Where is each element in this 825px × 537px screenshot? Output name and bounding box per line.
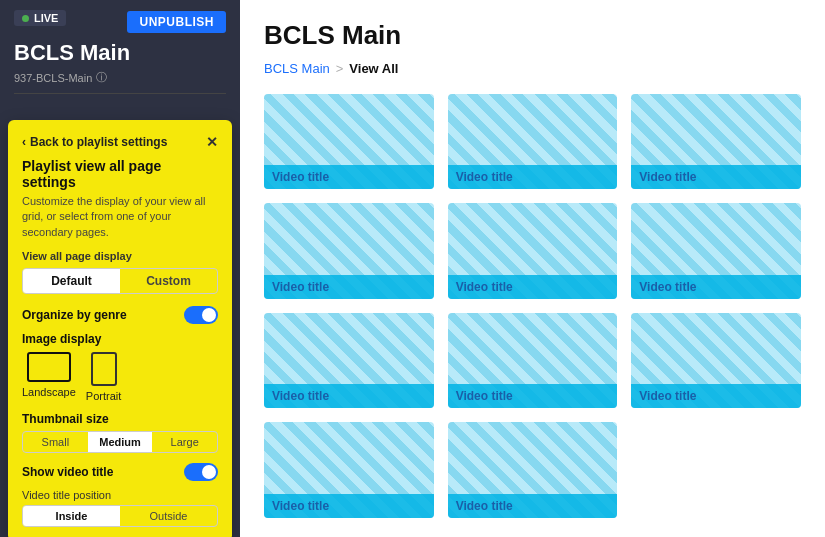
image-display-options: Landscape Portrait bbox=[22, 352, 218, 402]
video-thumbnail: Video title bbox=[448, 94, 618, 189]
video-title-overlay: Video title bbox=[448, 494, 618, 518]
live-badge: LIVE bbox=[14, 10, 66, 26]
sidebar-header: LIVE UNPUBLISH BCLS Main 937-BCLS-Main ⓘ bbox=[0, 0, 240, 110]
video-thumbnail: Video title bbox=[631, 203, 801, 298]
video-thumbnail: Video title bbox=[264, 94, 434, 189]
organize-by-genre-row: Organize by genre bbox=[22, 306, 218, 324]
page-title: BCLS Main bbox=[264, 20, 801, 51]
breadcrumb-current: View All bbox=[349, 61, 398, 76]
video-card[interactable]: Video title bbox=[631, 313, 801, 408]
thumbnail-size-label: Thumbnail size bbox=[22, 412, 218, 426]
chevron-left-icon: ‹ bbox=[22, 135, 26, 149]
landscape-option[interactable]: Landscape bbox=[22, 352, 76, 402]
portrait-icon bbox=[91, 352, 117, 386]
landscape-icon bbox=[27, 352, 71, 382]
panel-header: ‹ Back to playlist settings ✕ bbox=[22, 134, 218, 150]
main-content: BCLS Main BCLS Main > View All Video tit… bbox=[240, 0, 825, 537]
video-grid: Video title Video title Video title Vide… bbox=[264, 94, 801, 518]
organize-by-genre-label: Organize by genre bbox=[22, 308, 127, 322]
sidebar: LIVE UNPUBLISH BCLS Main 937-BCLS-Main ⓘ… bbox=[0, 0, 240, 537]
video-title-overlay: Video title bbox=[448, 165, 618, 189]
video-title-overlay: Video title bbox=[264, 384, 434, 408]
video-thumbnail: Video title bbox=[448, 203, 618, 298]
position-outside-button[interactable]: Outside bbox=[120, 506, 217, 526]
video-thumbnail: Video title bbox=[631, 313, 801, 408]
video-title-overlay: Video title bbox=[631, 165, 801, 189]
show-video-title-toggle[interactable] bbox=[184, 463, 218, 481]
organize-by-genre-toggle[interactable] bbox=[184, 306, 218, 324]
video-title-overlay: Video title bbox=[264, 165, 434, 189]
thumb-small-button[interactable]: Small bbox=[23, 432, 88, 452]
breadcrumb-separator: > bbox=[336, 61, 344, 76]
unpublish-button[interactable]: UNPUBLISH bbox=[127, 11, 226, 33]
thumb-medium-button[interactable]: Medium bbox=[88, 432, 153, 452]
view-all-display-label: View all page display bbox=[22, 250, 218, 262]
video-title-overlay: Video title bbox=[264, 275, 434, 299]
settings-panel: ‹ Back to playlist settings ✕ Playlist v… bbox=[8, 120, 232, 537]
show-video-title-row: Show video title bbox=[22, 463, 218, 481]
video-thumbnail: Video title bbox=[264, 203, 434, 298]
thumbnail-size-group: Small Medium Large bbox=[22, 431, 218, 453]
video-title-overlay: Video title bbox=[448, 275, 618, 299]
info-icon: ⓘ bbox=[96, 70, 107, 85]
portrait-label: Portrait bbox=[86, 390, 121, 402]
close-panel-button[interactable]: ✕ bbox=[206, 134, 218, 150]
portrait-option[interactable]: Portrait bbox=[86, 352, 121, 402]
video-title-overlay: Video title bbox=[264, 494, 434, 518]
panel-description: Customize the display of your view all g… bbox=[22, 194, 218, 240]
position-group: Inside Outside bbox=[22, 505, 218, 527]
video-card[interactable]: Video title bbox=[631, 94, 801, 189]
video-card[interactable]: Video title bbox=[264, 94, 434, 189]
sidebar-title: BCLS Main bbox=[14, 40, 226, 66]
video-card[interactable]: Video title bbox=[448, 94, 618, 189]
live-dot bbox=[22, 15, 29, 22]
video-title-overlay: Video title bbox=[448, 384, 618, 408]
video-card[interactable]: Video title bbox=[448, 422, 618, 517]
video-card[interactable]: Video title bbox=[264, 422, 434, 517]
video-title-overlay: Video title bbox=[631, 275, 801, 299]
display-tab-group: Default Custom bbox=[22, 268, 218, 294]
breadcrumb: BCLS Main > View All bbox=[264, 61, 801, 76]
breadcrumb-link[interactable]: BCLS Main bbox=[264, 61, 330, 76]
video-card[interactable]: Video title bbox=[448, 313, 618, 408]
video-title-overlay: Video title bbox=[631, 384, 801, 408]
position-inside-button[interactable]: Inside bbox=[23, 506, 120, 526]
sidebar-meta: 937-BCLS-Main ⓘ bbox=[14, 70, 226, 85]
video-thumbnail: Video title bbox=[264, 313, 434, 408]
video-card[interactable]: Video title bbox=[264, 203, 434, 298]
video-thumbnail: Video title bbox=[448, 313, 618, 408]
landscape-label: Landscape bbox=[22, 386, 76, 398]
back-to-playlist-button[interactable]: ‹ Back to playlist settings bbox=[22, 135, 167, 149]
video-card[interactable]: Video title bbox=[264, 313, 434, 408]
image-display-label: Image display bbox=[22, 332, 218, 346]
panel-title: Playlist view all page settings bbox=[22, 158, 218, 190]
tab-default[interactable]: Default bbox=[23, 269, 120, 293]
thumb-large-button[interactable]: Large bbox=[152, 432, 217, 452]
video-title-position-label: Video title position bbox=[22, 489, 218, 501]
video-thumbnail: Video title bbox=[264, 422, 434, 517]
video-thumbnail: Video title bbox=[448, 422, 618, 517]
video-thumbnail: Video title bbox=[631, 94, 801, 189]
video-card[interactable]: Video title bbox=[448, 203, 618, 298]
video-card[interactable]: Video title bbox=[631, 203, 801, 298]
show-video-title-label: Show video title bbox=[22, 465, 113, 479]
tab-custom[interactable]: Custom bbox=[120, 269, 217, 293]
